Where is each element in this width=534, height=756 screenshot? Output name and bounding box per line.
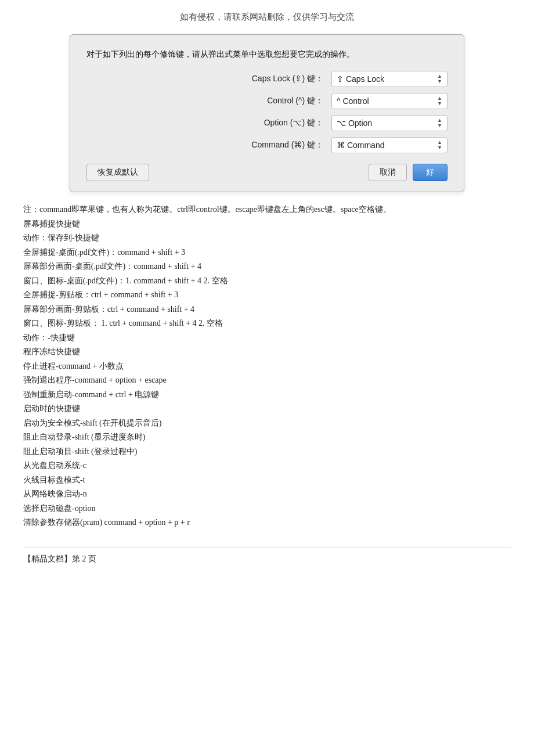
modifier-select-option-text: ⌥ Option: [337, 118, 434, 128]
modifier-select-control-arrows: ▲▼: [437, 96, 442, 106]
notes-line-7: 屏幕部分画面-剪贴板：ctrl + command + shift + 4: [23, 303, 511, 317]
modifier-rows: Caps Lock (⇪) 键： ⇪ Caps Lock ▲▼ Control …: [86, 71, 448, 153]
modifier-row-caps-lock: Caps Lock (⇪) 键： ⇪ Caps Lock ▲▼: [86, 71, 448, 87]
dialog-buttons: 恢复成默认 取消 好: [86, 164, 448, 181]
notes-line-3: 全屏捕捉-桌面(.pdf文件)：command + shift + 3: [23, 246, 511, 260]
notes-line-22: 清除参数存储器(pram) command + option + p + r: [23, 516, 511, 530]
modifier-select-caps-lock-arrows: ▲▼: [437, 74, 442, 84]
modifier-label-control: Control (^) 键：: [219, 96, 323, 106]
notes-line-9: 动作：-快捷键: [23, 331, 511, 345]
modifier-row-option: Option (⌥) 键： ⌥ Option ▲▼: [86, 115, 448, 131]
modifier-select-command-arrows: ▲▼: [437, 140, 442, 150]
modifier-row-control: Control (^) 键： ^ Control ▲▼: [86, 93, 448, 109]
notes-line-19: 火线目标盘模式-t: [23, 473, 511, 488]
modifier-select-option-arrows: ▲▼: [437, 118, 442, 128]
notes-line-16: 阻止自动登录-shift (显示进度条时): [23, 430, 511, 445]
notes-line-5: 窗口、图标-桌面(.pdf文件)：1. command + shift + 4 …: [23, 274, 511, 289]
restore-button[interactable]: 恢复成默认: [86, 164, 149, 181]
modifier-select-command-text: ⌘ Command: [337, 141, 434, 150]
notes-line-20: 从网络映像启动-n: [23, 487, 511, 502]
notes-line-21: 选择启动磁盘-option: [23, 502, 511, 516]
notes-line-8: 窗口、图标-剪贴板： 1. ctrl + command + shift + 4…: [23, 316, 511, 331]
dialog-description: 对于如下列出的每个修饰键，请从弹出式菜单中选取您想要它完成的操作。: [86, 48, 448, 60]
notes-line-4: 屏幕部分画面-桌面(.pdf文件)：command + shift + 4: [23, 260, 511, 274]
modifier-label-caps-lock: Caps Lock (⇪) 键：: [219, 74, 323, 84]
notes-line-13: 强制重新启动-command + ctrl + 电源键: [23, 388, 511, 402]
notes-line-17: 阻止启动项目-shift (登录过程中): [23, 445, 511, 459]
modifier-label-command: Command (⌘) 键：: [219, 140, 323, 150]
notes-line-14: 启动时的快捷键: [23, 402, 511, 416]
modifier-select-control[interactable]: ^ Control ▲▼: [331, 93, 448, 109]
notes-line-11: 停止进程-command + 小数点: [23, 359, 511, 374]
page-header: 如有侵权，请联系网站删除，仅供学习与交流: [23, 12, 511, 23]
notes-line-2: 动作：保存到-快捷键: [23, 231, 511, 246]
modifier-select-caps-lock-text: ⇪ Caps Lock: [337, 74, 434, 84]
notes-line-6: 全屏捕捉-剪贴板：ctrl + command + shift + 3: [23, 288, 511, 303]
footer: 【精品文档】第 2 页: [23, 548, 511, 564]
modifier-row-command: Command (⌘) 键： ⌘ Command ▲▼: [86, 137, 448, 153]
notes-line-15: 启动为安全模式-shift (在开机提示音后): [23, 416, 511, 431]
notes-line-10: 程序冻结快捷键: [23, 345, 511, 359]
modifier-select-command[interactable]: ⌘ Command ▲▼: [331, 137, 448, 153]
notes-line-12: 强制退出程序-command + option + escape: [23, 373, 511, 388]
notes-section: 注：command即苹果键，也有人称为花键。ctrl即control键。esca…: [23, 203, 511, 530]
notes-line-18: 从光盘启动系统-c: [23, 459, 511, 473]
right-button-group: 取消 好: [369, 164, 448, 181]
dialog-container: 对于如下列出的每个修饰键，请从弹出式菜单中选取您想要它完成的操作。 Caps L…: [70, 34, 464, 192]
cancel-button[interactable]: 取消: [369, 164, 407, 181]
modifier-label-option: Option (⌥) 键：: [219, 118, 323, 128]
ok-button[interactable]: 好: [413, 164, 448, 181]
notes-line-0: 注：command即苹果键，也有人称为花键。ctrl即control键。esca…: [23, 203, 511, 217]
modifier-select-caps-lock[interactable]: ⇪ Caps Lock ▲▼: [331, 71, 448, 87]
notes-line-1: 屏幕捕捉快捷键: [23, 217, 511, 232]
modifier-select-option[interactable]: ⌥ Option ▲▼: [331, 115, 448, 131]
modifier-select-control-text: ^ Control: [337, 96, 434, 106]
